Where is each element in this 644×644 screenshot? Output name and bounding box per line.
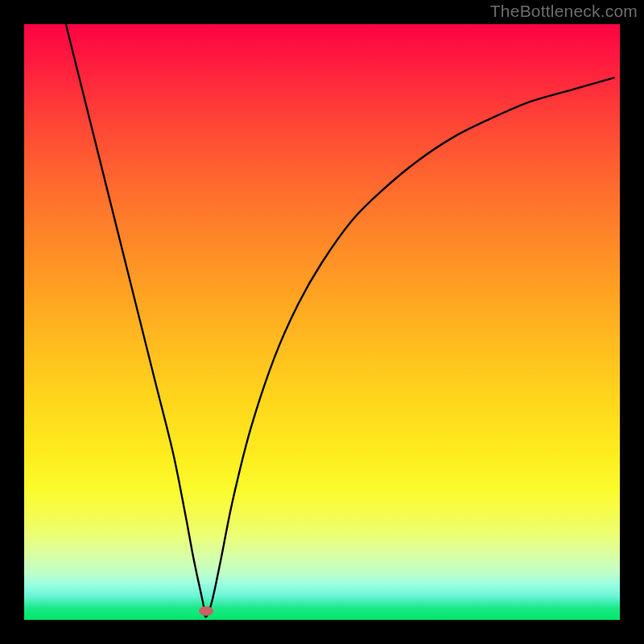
optimal-point-marker bbox=[199, 606, 213, 616]
attribution-label: TheBottleneck.com bbox=[490, 2, 638, 21]
chart-frame: TheBottleneck.com bbox=[0, 0, 644, 644]
bottleneck-curve bbox=[24, 24, 620, 620]
plot-area bbox=[24, 24, 620, 620]
